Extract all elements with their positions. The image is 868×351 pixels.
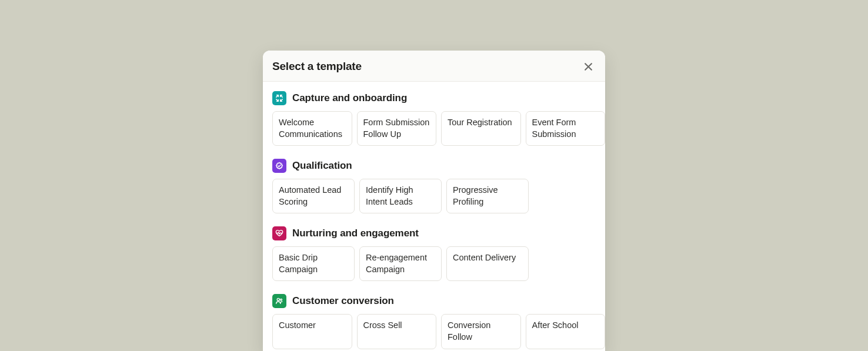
- template-card-cross-sell[interactable]: Cross Sell: [357, 314, 437, 349]
- card-row: Basic Drip Campaign Re-engagement Campai…: [272, 246, 605, 281]
- conversion-icon: [272, 294, 286, 308]
- card-label: Content Delivery: [453, 252, 516, 264]
- template-card-content-delivery[interactable]: Content Delivery: [446, 246, 529, 281]
- card-row: Automated Lead Scoring Identify High Int…: [272, 179, 605, 213]
- template-card-progressive-profiling[interactable]: Progressive Profiling: [446, 179, 529, 213]
- modal-title: Select a template: [272, 60, 362, 73]
- section-title: Nurturing and engagement: [292, 228, 419, 239]
- section-title: Capture and onboarding: [292, 92, 407, 104]
- template-card-welcome-communications[interactable]: Welcome Communications: [272, 111, 352, 146]
- card-label: Cross Sell: [363, 320, 402, 332]
- section-header: Nurturing and engagement: [272, 226, 605, 240]
- template-card-re-engagement-campaign[interactable]: Re-engagement Campaign: [359, 246, 442, 281]
- modal-header: Select a template: [263, 51, 605, 82]
- section-title: Customer conversion: [292, 295, 394, 307]
- modal-body: Capture and onboarding Welcome Communica…: [263, 82, 605, 351]
- card-label: Identify High Intent Leads: [366, 185, 435, 208]
- template-modal: Select a template Capture and onboarding: [263, 51, 605, 351]
- card-label: Form Submission Follow Up: [363, 117, 430, 140]
- template-card-basic-drip-campaign[interactable]: Basic Drip Campaign: [272, 246, 355, 281]
- template-card-customer[interactable]: Customer: [272, 314, 352, 349]
- card-label: Customer: [279, 320, 316, 332]
- template-card-automated-lead-scoring[interactable]: Automated Lead Scoring: [272, 179, 355, 213]
- template-card-event-form-submission[interactable]: Event Form Submission: [526, 111, 606, 146]
- nurturing-icon: [272, 226, 286, 240]
- template-card-form-submission-follow-up[interactable]: Form Submission Follow Up: [357, 111, 437, 146]
- template-card-tour-registration[interactable]: Tour Registration: [441, 111, 521, 146]
- template-card-conversion-follow[interactable]: Conversion Follow: [441, 314, 521, 349]
- card-label: Re-engagement Campaign: [366, 252, 435, 275]
- card-label: Conversion Follow: [448, 320, 515, 343]
- card-label: Event Form Submission: [532, 117, 599, 140]
- template-card-identify-high-intent-leads[interactable]: Identify High Intent Leads: [359, 179, 442, 213]
- section-title: Qualification: [292, 160, 352, 172]
- section-capture-onboarding: Capture and onboarding Welcome Communica…: [272, 91, 605, 146]
- section-nurturing-engagement: Nurturing and engagement Basic Drip Camp…: [272, 226, 605, 281]
- section-header: Capture and onboarding: [272, 91, 605, 105]
- card-label: Welcome Communications: [279, 117, 346, 140]
- card-label: Basic Drip Campaign: [279, 252, 348, 275]
- close-icon: [584, 62, 593, 71]
- qualification-icon: [272, 159, 286, 173]
- card-label: After School: [532, 320, 579, 332]
- svg-point-2: [277, 299, 279, 301]
- svg-point-3: [281, 299, 282, 301]
- capture-icon: [272, 91, 286, 105]
- section-header: Customer conversion: [272, 294, 605, 308]
- card-row: Welcome Communications Form Submission F…: [272, 111, 605, 146]
- template-card-after-school[interactable]: After School: [526, 314, 606, 349]
- section-header: Qualification: [272, 159, 605, 173]
- card-label: Progressive Profiling: [453, 185, 522, 208]
- card-label: Tour Registration: [448, 117, 512, 129]
- card-row: Customer Cross Sell Conversion Follow Af…: [272, 314, 605, 349]
- close-button[interactable]: [582, 60, 595, 73]
- section-customer-conversion: Customer conversion Customer Cross Sell …: [272, 294, 605, 349]
- card-label: Automated Lead Scoring: [279, 185, 348, 208]
- section-qualification: Qualification Automated Lead Scoring Ide…: [272, 159, 605, 213]
